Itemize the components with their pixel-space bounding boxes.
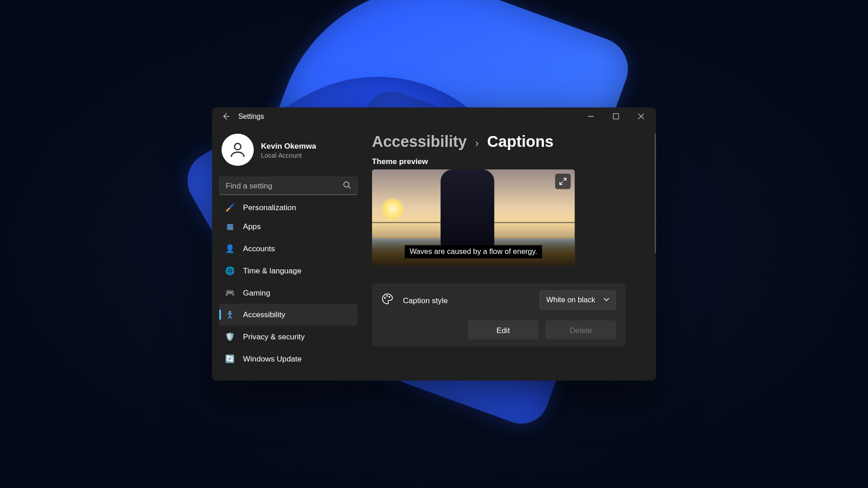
sidebar-item-label: Time & language (243, 266, 302, 275)
search-box[interactable] (219, 177, 358, 195)
sidebar-item-time-language[interactable]: 🌐 Time & language (219, 259, 358, 282)
sidebar-item-apps[interactable]: ▦ Apps (219, 216, 358, 238)
breadcrumb: Accessibility › Captions (372, 132, 642, 151)
personalization-icon: 🖌️ (225, 202, 235, 212)
caption-style-card: Caption style White on black Edit Delete (372, 283, 626, 347)
accounts-icon: 👤 (225, 244, 235, 253)
svg-point-7 (229, 310, 231, 313)
profile-name: Kevin Okemwa (261, 141, 316, 150)
search-input[interactable] (226, 181, 343, 190)
maximize-button[interactable] (604, 108, 628, 125)
svg-line-6 (349, 186, 351, 188)
time-language-icon: 🌐 (225, 266, 235, 275)
chevron-down-icon (604, 296, 609, 304)
back-button[interactable] (218, 108, 233, 124)
sidebar-item-label: Accessibility (243, 310, 285, 319)
nav-list: 🖌️ Personalization ▦ Apps 👤 Accounts 🌐 T… (219, 200, 358, 375)
sidebar-item-label: Gaming (243, 288, 270, 297)
breadcrumb-parent[interactable]: Accessibility (372, 132, 467, 151)
sidebar-item-accessibility[interactable]: Accessibility (219, 304, 358, 326)
scrollbar[interactable] (655, 134, 656, 253)
svg-point-4 (235, 143, 241, 150)
sidebar-item-label: Apps (243, 222, 261, 231)
svg-point-10 (389, 296, 390, 297)
sidebar-item-windows-update[interactable]: 🔄 Windows Update (219, 348, 358, 370)
accessibility-icon (225, 310, 235, 319)
delete-button: Delete (546, 320, 616, 339)
sidebar: Kevin Okemwa Local Account 🖌️ Personaliz… (212, 125, 365, 380)
content-pane: Accessibility › Captions Theme preview W… (365, 125, 656, 380)
minimize-button[interactable] (578, 108, 603, 125)
preview-caption-text: Waves are caused by a flow of energy. (405, 245, 542, 258)
settings-window: Settings Kevin Okemwa Local Account (212, 108, 656, 381)
privacy-security-icon: 🛡️ (225, 332, 235, 342)
sidebar-item-accounts[interactable]: 👤 Accounts (219, 237, 358, 259)
svg-point-8 (384, 297, 385, 298)
caption-style-label: Caption style (403, 296, 539, 305)
search-icon (343, 180, 351, 191)
sidebar-item-label: Accounts (243, 244, 275, 253)
close-button[interactable] (628, 108, 653, 125)
sidebar-item-personalization[interactable]: 🖌️ Personalization (219, 200, 358, 215)
dropdown-value: White on black (546, 296, 595, 304)
avatar (222, 134, 254, 166)
profile-subtitle: Local Account (261, 151, 316, 159)
window-title: Settings (238, 112, 264, 120)
windows-update-icon: 🔄 (225, 354, 235, 364)
sidebar-item-privacy-security[interactable]: 🛡️ Privacy & security (219, 326, 358, 348)
svg-rect-1 (613, 114, 619, 119)
apps-icon: ▦ (225, 222, 235, 231)
chevron-right-icon: › (475, 137, 479, 150)
window-controls (578, 108, 653, 125)
sidebar-item-label: Personalization (243, 203, 296, 212)
sidebar-item-label: Privacy & security (243, 332, 305, 341)
expand-preview-button[interactable] (555, 174, 571, 189)
sidebar-item-label: Windows Update (243, 354, 302, 363)
palette-icon (382, 293, 393, 307)
caption-style-dropdown[interactable]: White on black (540, 291, 616, 310)
breadcrumb-current: Captions (487, 132, 553, 151)
sidebar-item-gaming[interactable]: 🎮 Gaming (219, 282, 358, 304)
titlebar: Settings (212, 108, 656, 126)
edit-button[interactable]: Edit (468, 320, 538, 339)
profile-block[interactable]: Kevin Okemwa Local Account (219, 130, 358, 174)
svg-point-5 (344, 182, 349, 187)
theme-preview: Waves are caused by a flow of energy. (372, 169, 575, 266)
theme-preview-label: Theme preview (372, 157, 642, 166)
svg-point-9 (387, 296, 387, 296)
gaming-icon: 🎮 (225, 288, 235, 297)
